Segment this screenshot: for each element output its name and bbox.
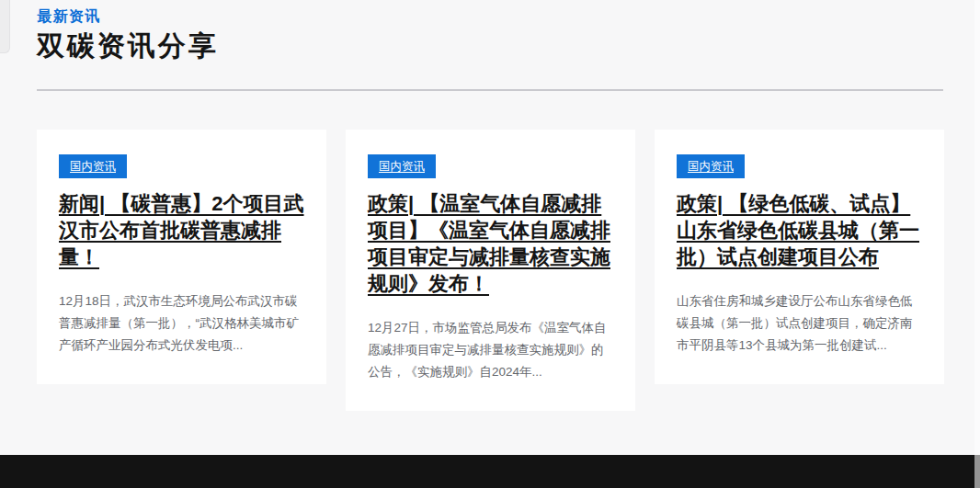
news-section-page: { "page": { "eyebrow": "最新资讯", "title": … bbox=[0, 0, 980, 488]
category-badge[interactable]: 国内资讯 bbox=[677, 154, 745, 178]
article-title-link[interactable]: 政策| 【温室气体自愿减排项目】《温室气体自愿减排项目审定与减排量核查实施规则》… bbox=[368, 190, 613, 297]
article-title-link[interactable]: 新闻| 【碳普惠】2个项目武汉市公布首批碳普惠减排量！ bbox=[59, 190, 304, 270]
news-card-1: 国内资讯 新闻| 【碳普惠】2个项目武汉市公布首批碳普惠减排量！ 12月18日，… bbox=[37, 130, 326, 384]
article-excerpt: 12月18日，武汉市生态环境局公布武汉市碳普惠减排量（第一批），“武汉格林美城市… bbox=[59, 290, 304, 357]
page-title: 双碳资讯分享 bbox=[37, 30, 943, 62]
scrollbar-track[interactable] bbox=[974, 0, 980, 488]
article-excerpt: 山东省住房和城乡建设厅公布山东省绿色低碳县城（第一批）试点创建项目，确定济南市平… bbox=[677, 290, 922, 357]
article-excerpt: 12月27日，市场监管总局发布《温室气体自愿减排项目审定与减排量核查实施规则》的… bbox=[368, 317, 613, 383]
news-card-2: 国内资讯 政策| 【温室气体自愿减排项目】《温室气体自愿减排项目审定与减排量核查… bbox=[346, 130, 635, 411]
category-badge[interactable]: 国内资讯 bbox=[59, 154, 127, 178]
news-card-3: 国内资讯 政策| 【绿色低碳、试点】山东省绿色低碳县城（第一批）试点创建项目公布… bbox=[655, 130, 944, 384]
footer-bar bbox=[0, 455, 980, 488]
header-divider bbox=[37, 89, 943, 91]
page-edge-decoration bbox=[0, 0, 10, 53]
section-header: 最新资讯 双碳资讯分享 bbox=[0, 0, 980, 62]
category-badge[interactable]: 国内资讯 bbox=[368, 154, 436, 178]
article-title-link[interactable]: 政策| 【绿色低碳、试点】山东省绿色低碳县城（第一批）试点创建项目公布 bbox=[677, 190, 922, 270]
section-eyebrow: 最新资讯 bbox=[37, 7, 943, 25]
news-cards-row: 国内资讯 新闻| 【碳普惠】2个项目武汉市公布首批碳普惠减排量！ 12月18日，… bbox=[37, 130, 944, 411]
